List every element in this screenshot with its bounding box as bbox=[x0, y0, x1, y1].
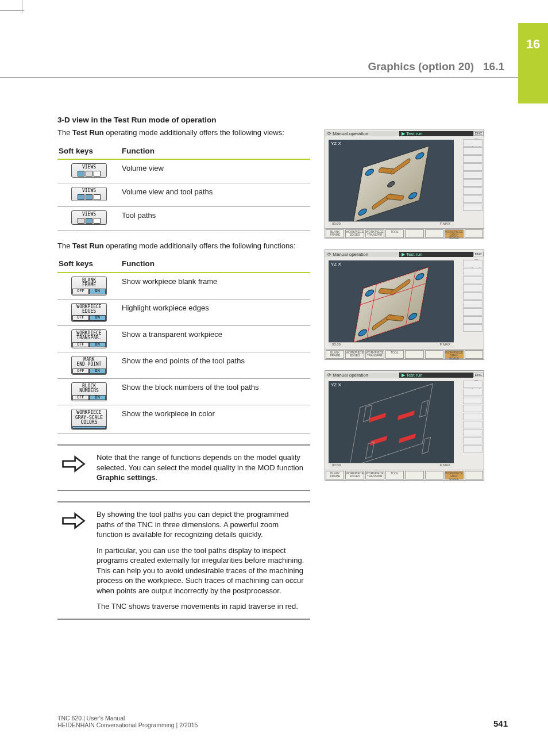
table-row: BLANK FRAMEOFFON Show workpiece blank fr… bbox=[57, 273, 310, 300]
header-title: Graphics (option 20) bbox=[368, 60, 474, 72]
table-row: WORKPIECE GRAY-SCALE COLORS Show the wor… bbox=[57, 405, 310, 434]
header-section: 16.1 bbox=[483, 60, 504, 72]
softkey-workpiece-transpar: WORKPIECE TRANSPAR.OFFON bbox=[71, 329, 107, 348]
softkey-views: VIEWS bbox=[71, 187, 107, 201]
footer-line-1: TNC 620 | User's Manual bbox=[57, 715, 198, 722]
side-screenshots: ⟳ Manual operation▶ Test runDNC ✲ YZ X 0… bbox=[325, 129, 484, 491]
table-row: MARK END POINTOFFON Show the end points … bbox=[57, 352, 310, 378]
note-text: By showing the tool paths you can depict… bbox=[97, 509, 307, 612]
softkey-block-numbers: BLOCK NUMBERSOFFON bbox=[71, 382, 107, 401]
softkey-mark-end-point: MARK END POINTOFFON bbox=[71, 356, 107, 375]
softkey-views: VIEWS bbox=[71, 163, 107, 178]
intro-paragraph-1: The Test Run operating mode additionally… bbox=[57, 128, 310, 138]
page-number: 541 bbox=[493, 719, 508, 728]
function-desc: Show the end points of the tool paths bbox=[121, 352, 310, 378]
note-text: Note that the range of functions depends… bbox=[97, 452, 307, 483]
note-box-1: Note that the range of functions depends… bbox=[57, 444, 310, 491]
chapter-tab: 16 bbox=[518, 23, 548, 103]
function-desc: Volume view bbox=[121, 159, 310, 183]
function-desc: Show workpiece blank frame bbox=[121, 273, 310, 300]
softkey-blank-frame: BLANK FRAMEOFFON bbox=[71, 277, 107, 296]
function-desc: Tool paths bbox=[121, 206, 310, 230]
table-row: VIEWS Volume view bbox=[57, 159, 310, 183]
page-footer: TNC 620 | User's Manual HEIDENHAIN Conve… bbox=[57, 715, 508, 728]
footer-line-2: HEIDENHAIN Conversational Programming | … bbox=[57, 722, 198, 728]
col-softkeys: Soft keys bbox=[57, 144, 121, 159]
function-desc: Show the block numbers of the tool paths bbox=[121, 379, 310, 405]
screenshot-toolpaths: ⟳ Manual operation▶ Test runDNC ✲ YZ X 0… bbox=[325, 370, 484, 481]
col-function: Function bbox=[121, 256, 310, 272]
col-softkeys: Soft keys bbox=[57, 256, 121, 272]
intro-paragraph-2: The Test Run operating mode additionally… bbox=[57, 241, 310, 251]
function-desc: Highlight workpiece edges bbox=[121, 299, 310, 325]
main-content: 3-D view in the Test Run mode of operati… bbox=[57, 115, 310, 630]
table-row: WORKPIECE TRANSPAR.OFFON Show a transpar… bbox=[57, 325, 310, 352]
function-desc: Show the workpiece in color bbox=[121, 405, 310, 434]
softkey-views: VIEWS bbox=[71, 210, 107, 225]
table-row: WORKPIECE EDGESOFFON Highlight workpiece… bbox=[57, 299, 310, 325]
screenshot-volume-toolpaths: ⟳ Manual operation▶ Test runDNC ✲ YZ X 0… bbox=[325, 250, 484, 360]
page-header: Graphics (option 20) 16.1 bbox=[0, 55, 518, 78]
table-row: VIEWS Tool paths bbox=[57, 206, 310, 230]
function-desc: Show a transparent workpiece bbox=[121, 325, 310, 352]
screenshot-volume-view: ⟳ Manual operation▶ Test runDNC ✲ YZ X 0… bbox=[325, 129, 484, 239]
arrow-right-icon bbox=[59, 509, 88, 612]
section-heading: 3-D view in the Test Run mode of operati… bbox=[57, 115, 310, 125]
note-box-2: By showing the tool paths you can depict… bbox=[57, 501, 310, 620]
table-row: VIEWS Volume view and tool paths bbox=[57, 183, 310, 206]
softkey-workpiece-color: WORKPIECE GRAY-SCALE COLORS bbox=[71, 409, 107, 430]
function-desc: Volume view and tool paths bbox=[121, 183, 310, 206]
functions-table: Soft keys Function BLANK FRAMEOFFON Show… bbox=[57, 256, 310, 434]
col-function: Function bbox=[121, 144, 310, 159]
table-row: BLOCK NUMBERSOFFON Show the block number… bbox=[57, 379, 310, 405]
softkey-workpiece-edges: WORKPIECE EDGESOFFON bbox=[71, 303, 107, 322]
views-table: Soft keys Function VIEWS Volume view VIE… bbox=[57, 144, 310, 231]
arrow-right-icon bbox=[59, 452, 88, 483]
